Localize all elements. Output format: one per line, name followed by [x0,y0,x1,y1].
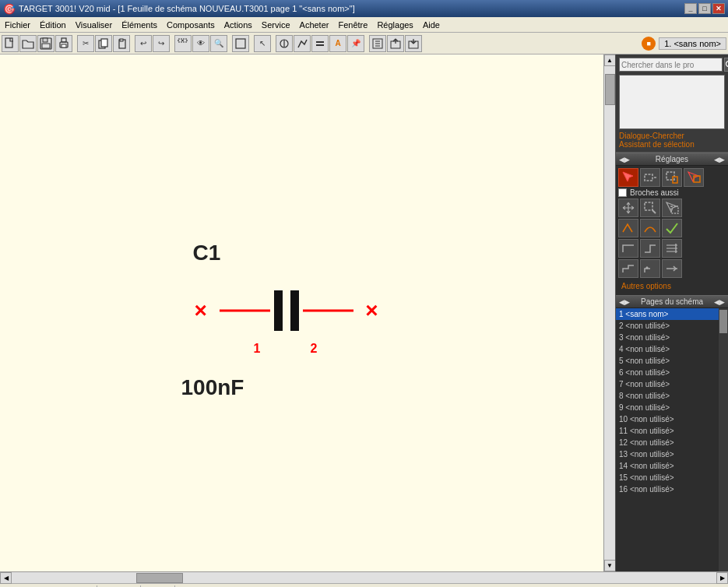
search-input[interactable] [619,58,723,72]
stop-indicator: ■ [642,37,656,51]
minimize-button[interactable]: _ [684,3,697,14]
pages-list[interactable]: 1 <sans nom>2 <non utilisé>3 <non utilis… [616,308,719,571]
schematic-canvas[interactable]: C1 × × 1 2 100nF [0,54,603,571]
profile-selector[interactable]: 1. <sans nom> [659,37,726,50]
menu-fichier[interactable]: Fichier [0,19,35,31]
close-button[interactable]: ✕ [712,3,725,14]
copy-button[interactable] [95,35,112,52]
page-item-12[interactable]: 12 <non utilisé> [616,437,719,448]
pages-scrollbar[interactable] [719,308,728,571]
dialog-chercher-link[interactable]: Dialogue-Chercher [619,132,725,140]
scroll-track-vertical[interactable] [604,66,615,560]
curve-icon-2[interactable] [640,219,660,237]
pin-button[interactable]: 📌 [347,35,364,52]
broches-checkbox[interactable] [618,188,627,197]
page-item-9[interactable]: 9 <non utilisé> [616,402,719,413]
main-area: C1 × × 1 2 100nF [0,54,728,571]
menu-fenetre[interactable]: Fenêtre [333,19,372,31]
menu-elements[interactable]: Éléments [117,19,162,31]
scroll-left-button[interactable]: ◀ [0,572,12,584]
new-button[interactable] [2,35,19,52]
step-icon-2[interactable] [640,259,660,278]
cut-button[interactable]: ✂ [77,35,94,52]
bom-button[interactable] [369,35,386,52]
open-button[interactable] [19,35,37,52]
pages-title: Pages du schéma [641,297,703,306]
icon-row-1 [618,168,726,187]
scroll-right-button[interactable]: ▶ [716,572,728,584]
page-item-16[interactable]: 16 <non utilisé> [616,483,719,495]
vertical-scrollbar[interactable]: ▲ ▼ [603,54,615,571]
undo-button[interactable]: ↩ [135,35,152,52]
search-button[interactable] [724,58,728,72]
route-icon-2[interactable] [640,239,660,258]
page-item-2[interactable]: 2 <non utilisé> [616,320,719,332]
route-icon-1[interactable] [618,239,638,258]
select-icon-1[interactable] [618,168,638,187]
menu-visualiser[interactable]: Visualiser [71,19,118,31]
check-icon[interactable] [662,219,682,237]
page-item-13[interactable]: 13 <non utilisé> [616,448,719,460]
search-area: Dialogue-Chercher Assistant de sélection [616,54,728,153]
assistant-selection-link[interactable]: Assistant de sélection [619,140,725,149]
page-item-3[interactable]: 3 <non utilisé> [616,332,719,343]
page-item-1[interactable]: 1 <sans nom> [616,308,719,320]
pages-header: ◀▶ Pages du schéma ◀▶ [616,295,728,308]
scroll-down-button[interactable]: ▼ [604,560,616,571]
select-icon-4[interactable] [684,168,704,187]
h-scroll-thumb[interactable] [136,573,183,583]
page-item-4[interactable]: 4 <non utilisé> [616,343,719,355]
menu-bar: Fichier Édition Visualiser Éléments Comp… [0,17,728,33]
page-item-10[interactable]: 10 <non utilisé> [616,413,719,425]
selection-area: Broches aussi [616,166,728,295]
view-button[interactable]: 👁 [192,35,209,52]
autres-options-link[interactable]: Autres options [618,279,726,293]
step-icon-1[interactable] [618,259,638,278]
page-item-8[interactable]: 8 <non utilisé> [616,390,719,402]
redo-button[interactable]: ↪ [153,35,170,52]
page-item-5[interactable]: 5 <non utilisé> [616,355,719,367]
pages-scroll-thumb[interactable] [719,310,727,333]
select-icon-2[interactable] [640,168,660,187]
text-button[interactable]: A [329,35,346,52]
menu-actions[interactable]: Actions [220,19,257,31]
page-item-14[interactable]: 14 <non utilisé> [616,460,719,472]
svg-rect-5 [62,38,66,42]
menu-edition[interactable]: Édition [35,19,71,31]
menu-composants[interactable]: Composants [162,19,220,31]
move-icon[interactable] [618,199,638,217]
export-button[interactable] [387,35,404,52]
multiline-icon[interactable] [662,239,682,258]
print-button[interactable] [55,35,72,52]
zoom-button[interactable]: 🔍 [210,35,227,52]
menu-aide[interactable]: Aide [418,19,445,31]
bus-button[interactable] [311,35,329,52]
menu-reglages[interactable]: Réglages [372,19,417,31]
page-item-15[interactable]: 15 <non utilisé> [616,472,719,483]
import-button[interactable] [405,35,422,52]
page-item-7[interactable]: 7 <non utilisé> [616,378,719,390]
pin2-cross: × [365,298,378,323]
component-button[interactable] [276,35,293,52]
wire-button[interactable] [294,35,311,52]
paste-button[interactable] [113,35,130,52]
page-item-6[interactable]: 6 <non utilisé> [616,367,719,378]
menu-service[interactable]: Service [257,19,295,31]
svg-rect-12 [183,39,187,42]
save-button[interactable] [37,35,55,52]
area-select-icon[interactable] [662,199,682,217]
select-icon-3[interactable] [662,168,682,187]
maximize-button[interactable]: □ [698,3,711,14]
cursor-button[interactable]: ↖ [254,35,271,52]
scroll-thumb-vertical[interactable] [605,74,615,105]
curve-icon-1[interactable] [618,219,638,237]
menu-acheter[interactable]: Acheter [295,19,334,31]
scroll-up-button[interactable]: ▲ [604,54,616,66]
select-button[interactable] [174,35,192,52]
route-button[interactable] [232,35,249,52]
h-scroll-track[interactable] [12,572,716,583]
horizontal-scrollbar[interactable]: ◀ ▶ [0,571,728,583]
step-icon-3[interactable] [662,259,682,278]
drag-icon[interactable] [640,199,660,217]
page-item-11[interactable]: 11 <non utilisé> [616,425,719,437]
